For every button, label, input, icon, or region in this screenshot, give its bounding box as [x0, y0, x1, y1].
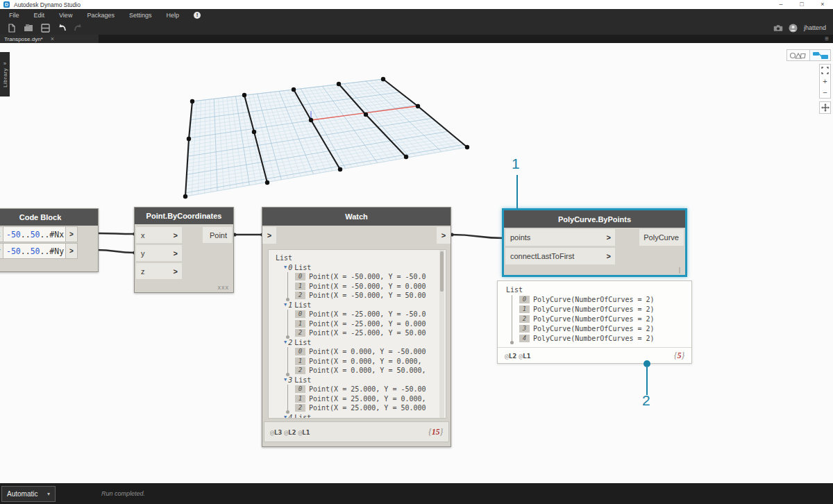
watch-list-view[interactable]: List▼0List0Point(X = -50.000, Y = -50.01…	[268, 249, 446, 419]
code-block-expression[interactable]: -50..50..#Nx;	[3, 226, 66, 242]
node-polycurve-header[interactable]: PolyCurve.ByPoints	[504, 210, 685, 228]
watch-list-group[interactable]: ▼0List	[276, 263, 446, 273]
fit-to-screen-icon[interactable]	[820, 65, 830, 76]
node-watch[interactable]: Watch > > List▼0List0Point(X = -50.000, …	[262, 207, 451, 447]
collapse-triangle-icon[interactable]: ▼	[284, 301, 287, 310]
item-index-badge: 1	[295, 283, 305, 290]
lacing-indicator[interactable]: xxx	[218, 284, 230, 291]
group-index: 1	[288, 301, 292, 310]
watch-level-tags[interactable]: @L3@L2@L1	[270, 428, 312, 436]
item-text: Point(X = -50.000, Y = 50.00	[309, 291, 426, 301]
level-tag[interactable]: @L3	[270, 428, 282, 436]
open-file-icon[interactable]	[24, 23, 33, 33]
item-text: Point(X = -25.000, Y = -50.0	[309, 310, 426, 319]
node-point-bycoordinates[interactable]: Point.ByCoordinates x>y>z> Point xxx	[134, 207, 234, 293]
code-block-expression[interactable]: -50..50..#Ny;	[3, 243, 66, 259]
close-icon[interactable]: ×	[812, 0, 833, 9]
watch-footer: @L3@L2@L1 {15}	[264, 421, 449, 442]
camera-export-icon[interactable]	[773, 23, 783, 33]
level-name: L1	[302, 428, 310, 436]
item-index-badge: 3	[519, 325, 530, 333]
user-avatar[interactable]	[789, 23, 798, 33]
tab-close-icon[interactable]: ×	[49, 35, 56, 42]
level-tag[interactable]: @L2	[284, 428, 296, 436]
watch-input-port[interactable]: >	[262, 227, 276, 244]
output-port-polycurve[interactable]: PolyCurve	[639, 229, 684, 246]
collapse-triangle-icon[interactable]: ▼	[284, 376, 287, 385]
menu-item-packages[interactable]: Packages	[87, 12, 115, 19]
level-tag[interactable]: @L1	[519, 352, 530, 360]
bubble-level-tags[interactable]: @L2@L1	[505, 352, 532, 360]
username-label[interactable]: jhattend	[804, 24, 826, 31]
item-index-badge: 1	[295, 320, 305, 328]
level-name: L2	[288, 428, 296, 436]
save-icon[interactable]	[40, 23, 50, 33]
list-item: 1PolyCurve(NumberOfCurves = 2)	[519, 305, 691, 314]
notification-icon[interactable]: !	[194, 12, 201, 19]
run-mode-dropdown[interactable]: Automatic ▾	[1, 486, 56, 502]
tab-transpose[interactable]: Transpose.dyn* ×	[0, 35, 99, 43]
collapse-triangle-icon[interactable]: ▼	[284, 263, 287, 273]
collapse-triangle-icon[interactable]: ▼	[284, 413, 287, 419]
code-block-output-port[interactable]: >	[66, 226, 78, 242]
maximize-icon[interactable]: □	[791, 0, 812, 9]
redo-icon[interactable]	[74, 23, 83, 33]
new-file-icon[interactable]	[7, 23, 17, 33]
input-port-points[interactable]: points>	[505, 229, 615, 246]
pan-tool-icon[interactable]	[819, 101, 831, 114]
watch-scrollbar[interactable]	[439, 250, 444, 418]
menu-item-file[interactable]: File	[9, 12, 19, 19]
group-items: 0Point(X = -25.000, Y = -50.01Point(X = …	[287, 310, 446, 338]
graph-view-button[interactable]	[809, 49, 831, 61]
node-code-block[interactable]: Code Block Nx-50..50..#Nx;>Ny-50..50..#N…	[0, 208, 99, 272]
node-code-block-header[interactable]: Code Block	[0, 209, 98, 226]
input-port-x[interactable]: x>	[136, 227, 182, 243]
collapse-triangle-icon[interactable]: ▼	[284, 338, 287, 348]
menu-item-settings[interactable]: Settings	[129, 12, 152, 19]
group-label: List	[294, 263, 311, 273]
node-point-header[interactable]: Point.ByCoordinates	[135, 208, 233, 224]
tab-list-menu-icon[interactable]: ≡	[825, 35, 829, 42]
watch-list-group[interactable]: ▼3List	[276, 376, 446, 385]
library-panel-tab[interactable]: » Library	[0, 52, 10, 96]
watch-output-port[interactable]: >	[437, 227, 451, 244]
level-tag[interactable]: @L1	[298, 428, 310, 436]
menu-item-help[interactable]: Help	[166, 12, 179, 19]
port-label: points	[505, 233, 530, 242]
group-label: List	[294, 301, 311, 310]
input-port-z[interactable]: z>	[136, 263, 182, 279]
polycurve-preview-bubble[interactable]: List 0PolyCurve(NumberOfCurves = 2)1Poly…	[497, 280, 692, 364]
list-item: 0Point(X = 0.000, Y = -50.000	[295, 347, 446, 357]
menu-item-view[interactable]: View	[59, 12, 72, 19]
code-block-output-port[interactable]: >	[66, 243, 78, 259]
annotation-1-line	[516, 175, 518, 208]
list-item: 3PolyCurve(NumberOfCurves = 2)	[519, 324, 691, 334]
level-tag[interactable]: @L2	[505, 352, 516, 360]
node-watch-header[interactable]: Watch	[262, 208, 451, 226]
item-index-badge: 0	[295, 273, 305, 280]
level-name: L1	[523, 352, 530, 360]
chevron-right-icon: >	[174, 231, 182, 240]
input-port-connectlasttofirst[interactable]: connectLastToFirst>	[505, 248, 615, 264]
view-toggle	[786, 49, 831, 61]
item-index-badge: 1	[295, 395, 305, 403]
item-index-badge: 2	[295, 292, 305, 299]
watch-list-group[interactable]: ▼2List	[276, 338, 446, 348]
undo-icon[interactable]	[57, 23, 67, 33]
item-index-badge: 2	[519, 315, 530, 323]
watch-scrollbar-thumb[interactable]	[440, 251, 444, 292]
zoom-in-button[interactable]: +	[820, 76, 830, 87]
node-polycurve-bypoints[interactable]: PolyCurve.ByPoints points>connectLastToF…	[502, 208, 687, 277]
watch-list-group[interactable]: ▼4List	[276, 413, 446, 419]
graph-canvas[interactable]: » Library + − Code Block Nx-50..50..	[0, 43, 833, 483]
geometry-view-button[interactable]	[786, 49, 809, 61]
zoom-out-button[interactable]: −	[820, 87, 830, 98]
toolbar-right: jhattend	[766, 23, 826, 33]
group-items: 0Point(X = -50.000, Y = -50.01Point(X = …	[287, 272, 446, 301]
menu-item-edit[interactable]: Edit	[34, 12, 45, 19]
input-port-y[interactable]: y>	[136, 245, 182, 261]
output-port-point[interactable]: Point	[203, 227, 232, 243]
minimize-icon[interactable]: –	[771, 0, 791, 9]
watch-list-group[interactable]: ▼1List	[276, 301, 446, 310]
lacing-indicator[interactable]: |	[679, 267, 681, 274]
